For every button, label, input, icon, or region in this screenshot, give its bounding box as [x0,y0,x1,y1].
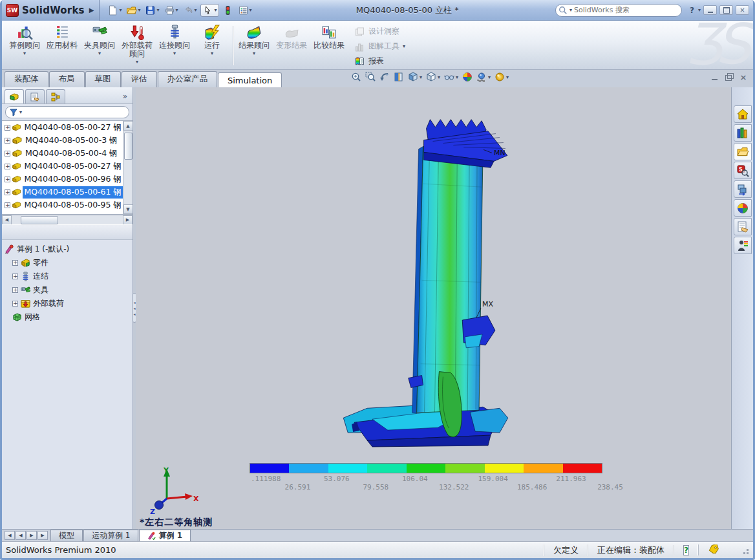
assembly-tree-item[interactable]: +MQ4040-08-05-00- [2,211,123,214]
dropdown-icon[interactable]: ▾ [250,7,252,13]
expand-icon[interactable]: + [5,151,10,156]
hide-show-items-button[interactable]: ▾ [444,72,458,82]
solidworks-menu[interactable]: SW SolidWorks ▶ [2,0,100,21]
expand-icon[interactable]: + [5,202,10,208]
quick-tips-icon[interactable]: ? [683,545,689,555]
study-item-connections[interactable]: + 连结 [3,270,131,283]
dropdown-icon[interactable]: ▾ [420,74,422,80]
zoom-to-fit-button[interactable] [351,72,361,82]
report-button[interactable]: 报表 [352,54,408,68]
section-view-button[interactable] [394,72,404,82]
solidworks-resources-button[interactable] [734,105,752,123]
tree-filter-input[interactable]: ▾ [5,106,129,118]
filter-dropdown-icon[interactable]: ▾ [19,109,22,115]
view-palette-button[interactable] [734,180,752,198]
save-button[interactable]: ▾ [144,4,160,17]
menu-expand-icon[interactable]: ▶ [89,6,94,14]
connections-advisor-button[interactable]: 连接顾问 ▾ [156,22,193,69]
scroll-left-button[interactable]: ◀ [2,215,12,225]
dropdown-icon[interactable]: ▾ [176,7,178,13]
expand-icon[interactable]: + [5,125,10,131]
dropdown-icon[interactable]: ▾ [438,74,440,80]
view-orientation-button[interactable]: ▾ [408,72,422,82]
print-button[interactable]: ▾ [163,4,180,17]
prev-tab-button[interactable]: ◀ [16,531,26,540]
scroll-thumb[interactable] [21,216,58,224]
tab-simulation[interactable]: Simulation [218,72,282,88]
scroll-right-button[interactable]: ▶ [123,215,133,225]
propertymanager-tab[interactable] [25,89,45,103]
dropdown-icon[interactable]: ▾ [136,59,138,65]
help-dropdown-icon[interactable]: ▾ [698,7,701,13]
assembly-tree-item[interactable]: +MQ4040-08-05-00-96 钢 [2,173,123,186]
dropdown-icon[interactable]: ▾ [23,50,26,56]
tags-button[interactable] [698,544,728,555]
assembly-tree-item[interactable]: +MQ4040-08-05-00-27 钢 [2,121,123,134]
search-box[interactable]: ▾ [555,4,682,17]
panel-split-band[interactable] [2,224,133,240]
view-settings-button[interactable]: ▾ [494,72,509,82]
solidworks-search-button[interactable]: S [734,162,752,179]
help-button[interactable]: ? [688,6,696,15]
dropdown-icon[interactable]: ▾ [215,7,217,13]
run-button[interactable]: 运行 ▾ [193,22,231,69]
quick-tips-toggle[interactable]: ? [674,545,698,555]
graphics-viewport[interactable]: MN MX .11198826.59153.07679.558106.04132… [136,87,731,529]
external-loads-advisor-button[interactable]: 外部载荷顾问 ▾ [118,22,156,69]
minimize-button[interactable] [703,5,717,15]
dropdown-icon[interactable]: ▾ [253,50,255,56]
appearances-scenes-button[interactable] [734,199,752,217]
search-input[interactable] [574,6,658,14]
study-header[interactable]: 算例 1 (-默认-) [3,242,131,256]
dropdown-icon[interactable]: ▾ [138,7,140,13]
expand-icon[interactable]: + [12,274,18,279]
custom-properties-button[interactable] [734,218,752,235]
tab-sketch[interactable]: 草图 [85,71,121,87]
dropdown-icon[interactable]: ▾ [506,74,509,80]
design-library-button[interactable] [734,124,752,142]
tab-layout[interactable]: 布局 [49,71,85,87]
previous-view-button[interactable] [379,72,390,82]
assembly-tree-item[interactable]: +MQ4040-08-05-00-95 钢 [2,199,123,211]
dropdown-icon[interactable]: ▾ [98,50,101,56]
dropdown-icon[interactable]: ▾ [119,7,122,13]
model-tab[interactable]: 模型 [50,530,83,541]
assembly-tree-item[interactable]: +MQ4040-08-05-00-61 钢 [2,186,123,199]
select-tool[interactable]: ▾ [200,4,219,17]
expand-icon[interactable]: + [12,287,18,293]
options-button[interactable]: ▾ [237,4,253,17]
open-button[interactable]: ▾ [125,4,142,17]
dropdown-icon[interactable]: ▾ [173,50,176,56]
tab-assembly[interactable]: 装配体 [5,71,48,87]
apply-scene-button[interactable]: ▾ [476,72,491,82]
edit-appearance-button[interactable] [462,72,473,82]
expand-icon[interactable]: + [5,189,10,195]
study-item-parts[interactable]: + 零件 [3,256,131,270]
new-document-button[interactable]: ▾ [106,4,123,17]
tab-evaluate[interactable]: 评估 [122,71,157,87]
simulation-study-tab[interactable]: 算例 1 [139,530,191,541]
tree-vertical-scrollbar[interactable]: ▲ ▼ [123,121,133,214]
zoom-to-area-button[interactable] [365,72,376,82]
rebuild-button[interactable] [221,4,235,17]
dropdown-icon[interactable]: ▾ [488,74,491,80]
panel-overflow-chevron[interactable]: » [120,92,130,103]
doc-close-button[interactable]: × [739,73,748,81]
dropdown-icon[interactable]: ▾ [195,7,197,13]
featuremanager-tree-tab[interactable] [5,89,24,103]
first-tab-button[interactable]: ◀ [5,531,15,540]
expand-icon[interactable]: + [12,301,18,307]
scroll-up-button[interactable]: ▲ [123,121,133,131]
expand-icon[interactable]: + [5,164,10,169]
fixtures-advisor-button[interactable]: 夹具顾问 ▾ [81,22,118,69]
assembly-tree-item[interactable]: +MQ4040-08-05-00-27 钢 [2,160,123,173]
results-advisor-button[interactable]: 结果顾问 ▾ [235,22,273,69]
scroll-thumb[interactable] [124,133,133,160]
study-item-external-loads[interactable]: + 外部载荷 [3,297,131,310]
compare-results-button[interactable]: 比较结果 [310,22,348,69]
file-explorer-button[interactable] [734,143,752,160]
next-tab-button[interactable]: ▶ [27,531,37,540]
scroll-down-button[interactable]: ▼ [123,204,133,214]
doc-restore-button[interactable] [725,73,734,81]
dropdown-icon[interactable]: ▾ [156,7,159,13]
